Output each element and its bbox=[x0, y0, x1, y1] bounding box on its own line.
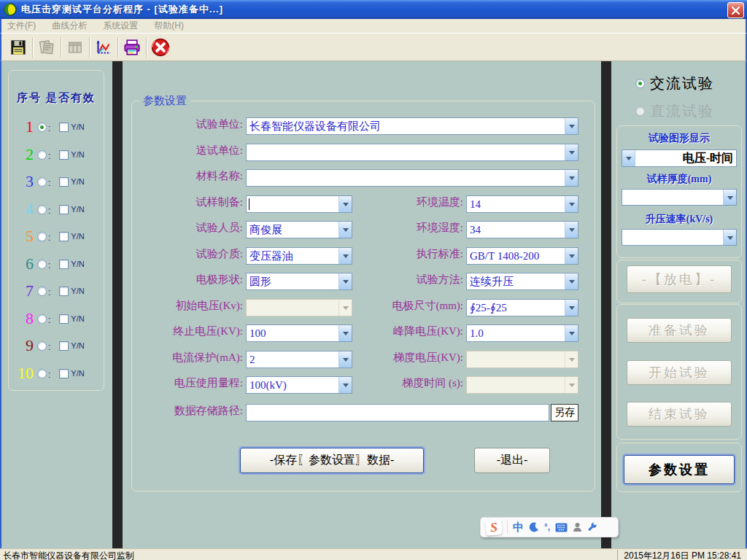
method-combobox[interactable]: 连续升压 bbox=[466, 273, 578, 290]
chevron-down-icon[interactable] bbox=[565, 170, 578, 186]
params-button-group: 参数设置 bbox=[616, 443, 742, 492]
right-splitter[interactable] bbox=[601, 61, 611, 548]
chevron-down-icon[interactable] bbox=[565, 144, 578, 160]
gradient-voltage-combobox bbox=[466, 351, 578, 368]
chevron-down-icon[interactable] bbox=[723, 230, 736, 245]
test-unit-combobox[interactable]: 长春智能仪器设备有限公司 bbox=[246, 117, 578, 135]
valid-checkbox-10[interactable] bbox=[59, 369, 69, 378]
chevron-down-icon[interactable] bbox=[565, 325, 578, 341]
print-button[interactable] bbox=[120, 36, 144, 58]
chevron-down-icon[interactable] bbox=[338, 351, 352, 368]
valid-checkbox-2[interactable] bbox=[59, 150, 69, 160]
send-unit-combobox[interactable] bbox=[246, 144, 578, 161]
moon-icon[interactable] bbox=[529, 522, 539, 532]
sequence-radio-3[interactable] bbox=[37, 177, 47, 187]
sequence-radio-4[interactable] bbox=[37, 205, 47, 214]
colon-label: : bbox=[48, 287, 50, 298]
left-splitter[interactable] bbox=[112, 61, 123, 548]
electrode-size-combobox[interactable]: ∮25-∮25 bbox=[466, 299, 578, 316]
menu-help[interactable]: 帮助(H) bbox=[154, 20, 184, 32]
chevron-down-icon[interactable] bbox=[338, 222, 352, 238]
field-label-data-path: 数据存储路径: bbox=[133, 404, 243, 421]
chevron-down-icon[interactable] bbox=[565, 196, 578, 212]
save-params-button[interactable]: -保存〖参数设置〗数据- bbox=[240, 448, 424, 473]
valid-checkbox-8[interactable] bbox=[59, 314, 69, 324]
valid-checkbox-5[interactable] bbox=[59, 232, 69, 241]
person-icon[interactable] bbox=[573, 522, 582, 532]
sequence-number: 8 bbox=[15, 309, 34, 328]
parameter-settings-button[interactable]: 参数设置 bbox=[624, 455, 735, 484]
stop-button[interactable] bbox=[148, 36, 173, 58]
peak-drop-voltage-combobox[interactable]: 1.0 bbox=[466, 324, 578, 342]
chevron-down-icon[interactable] bbox=[338, 273, 352, 289]
sequence-radio-5[interactable] bbox=[37, 232, 47, 241]
sequence-radio-9[interactable] bbox=[37, 341, 47, 351]
chevron-down-icon[interactable] bbox=[565, 300, 578, 316]
punctuation-toggle[interactable]: °, bbox=[544, 522, 550, 532]
valid-checkbox-7[interactable] bbox=[59, 287, 69, 296]
keyboard-icon[interactable] bbox=[555, 523, 568, 532]
menu-curve-analysis[interactable]: 曲线分析 bbox=[52, 20, 87, 32]
title-bar: 电压击穿测试平台分析程序 - [试验准备中...] bbox=[0, 0, 747, 19]
standard-combobox[interactable]: GB/T 1408-200 bbox=[466, 247, 578, 265]
medium-combobox[interactable]: 变压器油 bbox=[246, 247, 352, 265]
electrode-shape-combobox[interactable]: 圆形 bbox=[246, 273, 352, 290]
graph-display-combobox[interactable]: 电压-时间 bbox=[622, 149, 737, 167]
menu-system-settings[interactable]: 系统设置 bbox=[103, 20, 138, 32]
wrench-icon[interactable] bbox=[587, 522, 597, 532]
chevron-down-icon[interactable] bbox=[565, 222, 578, 238]
tester-combobox[interactable]: 商俊展 bbox=[246, 221, 352, 238]
save-as-button[interactable]: 另存 bbox=[551, 404, 578, 421]
sequence-radio-2[interactable] bbox=[37, 150, 47, 160]
peak-drop-voltage-value: 1.0 bbox=[467, 327, 565, 340]
chevron-down-icon[interactable] bbox=[565, 118, 578, 134]
valid-checkbox-4[interactable] bbox=[59, 205, 69, 214]
sequence-radio-6[interactable] bbox=[37, 260, 47, 269]
material-name-combobox[interactable] bbox=[246, 169, 578, 187]
close-button[interactable] bbox=[727, 2, 744, 18]
ac-test-option[interactable]: 交流试验 bbox=[632, 74, 714, 93]
chevron-down-icon[interactable] bbox=[338, 196, 352, 212]
chevron-down-icon[interactable] bbox=[565, 273, 578, 289]
print-icon bbox=[123, 39, 141, 56]
sogou-logo-icon[interactable]: S bbox=[485, 518, 503, 536]
sequence-radio-1[interactable] bbox=[37, 122, 47, 132]
current-protection-combobox[interactable]: 2 bbox=[246, 351, 352, 368]
data-path-input[interactable] bbox=[246, 404, 549, 421]
env-temp-combobox[interactable]: 14 bbox=[466, 195, 578, 213]
thickness-combobox[interactable] bbox=[622, 189, 737, 206]
chevron-down-icon[interactable] bbox=[338, 248, 352, 264]
chevron-down-icon[interactable] bbox=[338, 377, 352, 393]
chevron-down-icon[interactable] bbox=[565, 248, 578, 264]
menu-file[interactable]: 文件(F) bbox=[7, 20, 36, 32]
exit-button[interactable]: -退出- bbox=[474, 448, 550, 473]
sequence-row-5: 5 : Y/N bbox=[15, 225, 101, 247]
chevron-down-icon[interactable] bbox=[338, 325, 352, 341]
ime-language-toggle[interactable]: 中 bbox=[513, 521, 524, 534]
chevron-down-icon[interactable] bbox=[622, 150, 635, 166]
env-humidity-combobox[interactable]: 34 bbox=[466, 221, 578, 238]
valid-checkbox-1[interactable] bbox=[59, 122, 69, 132]
valid-checkbox-6[interactable] bbox=[59, 260, 69, 269]
valid-checkbox-9[interactable] bbox=[59, 341, 69, 351]
tester-value: 商俊展 bbox=[247, 223, 338, 237]
curve-chart-button[interactable] bbox=[91, 36, 116, 58]
voltage-range-combobox[interactable]: 100(kV) bbox=[246, 376, 352, 394]
status-text: 长春市智能仪器设备有限公司监制 bbox=[3, 550, 134, 560]
valid-checkbox-3[interactable] bbox=[59, 177, 69, 187]
rate-combobox[interactable] bbox=[622, 229, 737, 246]
sequence-row-1: 1 : Y/N bbox=[15, 116, 101, 138]
ac-test-radio[interactable] bbox=[635, 79, 645, 88]
chevron-down-icon bbox=[565, 377, 578, 393]
chevron-down-icon[interactable] bbox=[723, 190, 736, 205]
sequence-radio-8[interactable] bbox=[37, 314, 47, 324]
sample-prep-combobox[interactable] bbox=[246, 195, 352, 213]
sequence-radio-7[interactable] bbox=[37, 287, 47, 296]
sequence-radio-10[interactable] bbox=[37, 369, 47, 378]
sequence-number: 2 bbox=[15, 145, 34, 164]
save-button[interactable] bbox=[6, 36, 31, 58]
sogou-logo-letter: S bbox=[489, 519, 498, 535]
end-voltage-combobox[interactable]: 100 bbox=[246, 324, 352, 342]
colon-label: : bbox=[48, 370, 50, 380]
ime-toolbar[interactable]: S 中 °, bbox=[480, 517, 619, 537]
